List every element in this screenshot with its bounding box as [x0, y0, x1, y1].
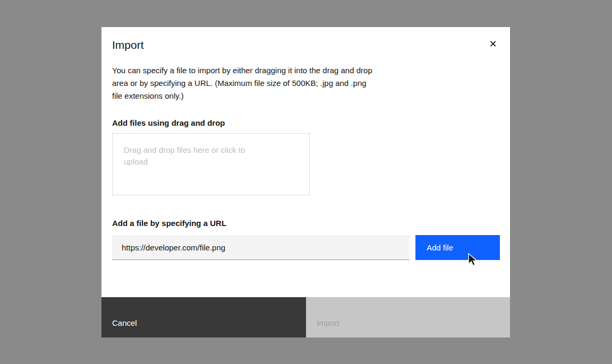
import-modal: Import ✕ You can specify a file to impor…	[101, 27, 510, 337]
dropzone-placeholder: Drag and drop files here or click to upl…	[124, 144, 262, 168]
drag-drop-section-label: Add files using drag and drop	[112, 118, 225, 127]
import-button[interactable]: Import	[306, 297, 510, 337]
url-section-label: Add a file by specifying a URL	[112, 219, 226, 228]
modal-description: You can specify a file to import by eith…	[112, 64, 378, 102]
modal-footer: Cancel Import	[101, 297, 510, 337]
modal-title: Import	[112, 39, 144, 51]
url-input-row: Add file	[112, 235, 500, 260]
add-file-button[interactable]: Add file	[415, 235, 500, 260]
file-dropzone[interactable]: Drag and drop files here or click to upl…	[112, 133, 310, 195]
close-button[interactable]: ✕	[484, 36, 502, 53]
modal-backdrop: Import ✕ You can specify a file to impor…	[0, 0, 612, 364]
url-input[interactable]	[112, 235, 410, 260]
cancel-button[interactable]: Cancel	[101, 297, 306, 337]
close-icon: ✕	[489, 39, 497, 49]
